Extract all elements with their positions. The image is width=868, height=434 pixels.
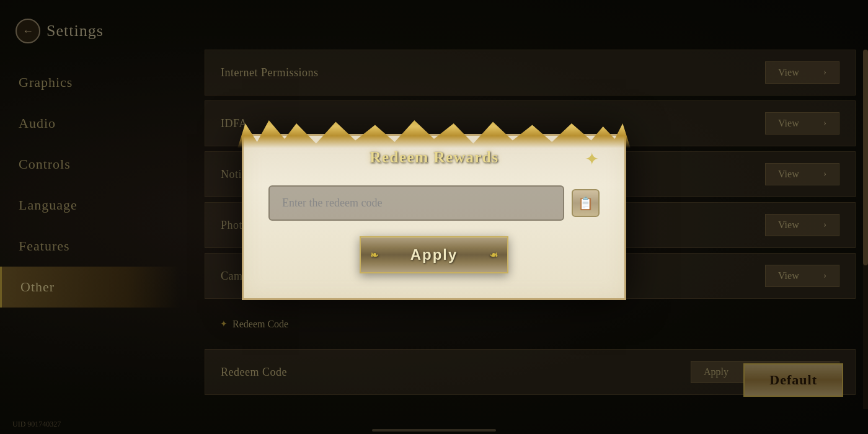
modal-apply-button[interactable]: Apply bbox=[360, 236, 509, 273]
paste-icon: 📋 bbox=[578, 196, 593, 211]
redeem-code-input[interactable] bbox=[268, 185, 564, 221]
redeem-rewards-modal: Redeem Rewards 📋 Apply bbox=[242, 134, 626, 300]
paste-button[interactable]: 📋 bbox=[572, 189, 600, 217]
modal-title: Redeem Rewards bbox=[370, 148, 498, 167]
close-star-icon bbox=[585, 149, 599, 169]
modal-backdrop: Redeem Rewards 📋 Apply bbox=[0, 0, 868, 434]
modal-body: 📋 Apply bbox=[268, 185, 600, 273]
input-row: 📋 bbox=[268, 185, 600, 221]
modal-header: Redeem Rewards bbox=[268, 148, 600, 167]
modal-close-button[interactable] bbox=[578, 145, 606, 173]
modal-top-decoration bbox=[237, 117, 631, 148]
